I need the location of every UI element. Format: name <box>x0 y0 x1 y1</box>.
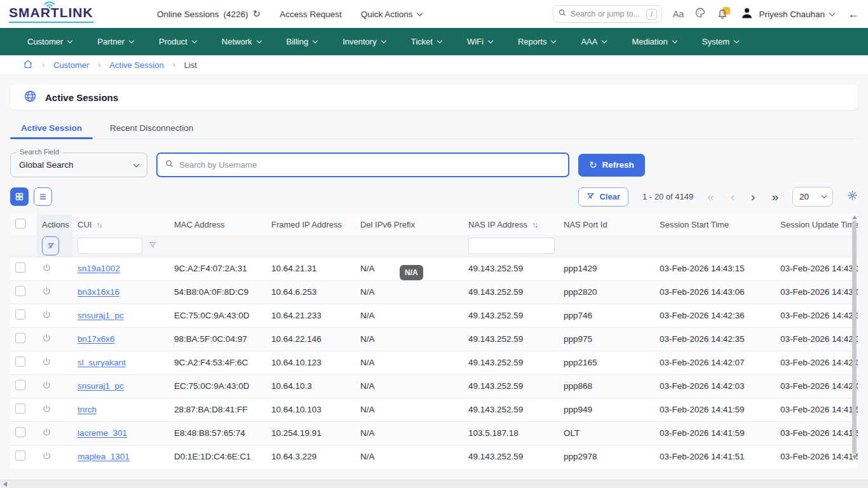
table-vertical-scrollbar[interactable] <box>851 215 857 459</box>
del-ipv6-cell: N/A <box>355 280 463 304</box>
disconnect-power-button[interactable] <box>42 336 51 345</box>
first-page-button[interactable]: « <box>707 191 714 203</box>
tab-active-session[interactable]: Active Session <box>10 118 93 139</box>
row-checkbox[interactable] <box>15 380 25 390</box>
next-page-button[interactable]: › <box>751 191 755 203</box>
disconnect-power-button[interactable] <box>42 359 51 369</box>
refresh-button[interactable]: ↻ Refresh <box>578 154 645 177</box>
framed-ip-cell: 10.64.3.229 <box>266 445 355 468</box>
breadcrumb-active-session[interactable]: Active Session <box>109 60 163 70</box>
disconnect-power-button[interactable] <box>42 265 51 274</box>
brand-logo[interactable]: SMARTLINK <box>9 5 126 23</box>
row-checkbox[interactable] <box>15 309 25 320</box>
cui-filter-input[interactable] <box>78 238 142 254</box>
nav-item-inventory[interactable]: Inventory <box>332 37 396 46</box>
disconnect-power-button[interactable] <box>42 383 51 392</box>
cui-link[interactable]: tnrch <box>78 405 97 414</box>
last-page-button[interactable]: » <box>771 191 778 203</box>
cui-link[interactable]: maplea_1301 <box>78 452 130 461</box>
disconnect-power-button[interactable] <box>42 312 51 322</box>
sort-icon[interactable]: ↑↓ <box>532 220 537 229</box>
breadcrumb-customer[interactable]: Customer <box>53 60 89 70</box>
prev-page-button[interactable]: ‹ <box>731 191 735 203</box>
nas-port-cell: ppp2978 <box>559 445 654 468</box>
nav-item-system[interactable]: System <box>691 37 749 46</box>
quick-actions-menu[interactable]: Quick Actions <box>361 10 422 19</box>
user-menu[interactable]: Priyesh Chauhan <box>740 6 834 22</box>
row-checkbox[interactable] <box>15 262 25 273</box>
row-checkbox[interactable] <box>15 427 25 437</box>
column-header-nas-ip[interactable]: NAS IP Address↑↓ <box>463 214 559 235</box>
nas-port-cell: OLT <box>559 421 654 445</box>
nav-item-partner[interactable]: Partner <box>86 37 144 46</box>
row-checkbox[interactable] <box>15 451 25 461</box>
sort-icon[interactable]: ↑↓ <box>96 220 101 229</box>
cui-link[interactable]: sl_suryakant <box>78 358 126 367</box>
global-search-input[interactable] <box>571 10 642 18</box>
theme-palette-icon[interactable] <box>695 7 706 21</box>
nas-ip-filter-input[interactable] <box>468 238 555 254</box>
nav-item-wifi[interactable]: WiFi <box>456 37 503 46</box>
nav-item-mediation[interactable]: Mediation <box>621 37 687 46</box>
tab-bar: Active Session Recent Disconnection <box>10 118 858 139</box>
mac-address-cell: 9C:A2:F4:53:4F:6C <box>169 351 266 374</box>
username-search-input[interactable] <box>179 160 561 170</box>
column-header-start-time: Session Start Time <box>654 214 775 235</box>
disconnect-power-button[interactable] <box>42 406 51 416</box>
nav-item-aaa[interactable]: AAA <box>570 37 617 46</box>
column-header-del-ipv6: Del IPv6 Prefix <box>355 214 463 235</box>
column-header-cui[interactable]: CUI↑↓ <box>72 214 169 235</box>
scroll-down-arrow[interactable] <box>852 456 857 459</box>
list-view-button[interactable] <box>34 187 52 206</box>
page-horizontal-scrollbar[interactable] <box>0 480 868 488</box>
cui-link[interactable]: bn17x6x6 <box>78 334 115 344</box>
page-size-select[interactable]: 20 <box>792 187 833 207</box>
table-settings-gear-icon[interactable] <box>847 190 858 203</box>
nav-item-network[interactable]: Network <box>211 37 272 46</box>
refresh-sessions-icon[interactable]: ↻ <box>253 8 261 20</box>
nav-item-ticket[interactable]: Ticket <box>400 37 452 46</box>
disconnect-power-button[interactable] <box>42 453 51 463</box>
session-start-cell: 03-Feb-2026 14:41:59 <box>654 398 775 421</box>
search-field-select[interactable]: Search Field Global Search <box>10 152 147 177</box>
home-icon[interactable] <box>23 59 33 71</box>
tab-recent-disconnection[interactable]: Recent Disconnection <box>99 118 204 139</box>
global-search-box[interactable]: / <box>553 5 662 23</box>
cui-link[interactable]: sn19a1002 <box>78 264 120 273</box>
select-all-checkbox[interactable] <box>15 219 25 229</box>
session-update-cell: 03-Feb-2026 14:42:3 <box>775 327 858 351</box>
text-size-button[interactable]: Aa <box>673 9 684 19</box>
scroll-left-arrow[interactable] <box>3 482 7 487</box>
row-checkbox[interactable] <box>15 356 25 367</box>
cui-link[interactable]: bn3x16x16 <box>78 287 119 297</box>
nas-port-cell: ppp2165 <box>559 351 654 374</box>
clear-filters-button[interactable]: Clear <box>578 187 628 207</box>
filter-funnel-icon[interactable] <box>146 241 157 251</box>
grid-view-button[interactable] <box>10 187 29 206</box>
row-checkbox[interactable] <box>15 333 25 343</box>
access-request-link[interactable]: Access Request <box>280 10 342 19</box>
disconnect-power-button[interactable] <box>42 288 51 298</box>
nav-item-product[interactable]: Product <box>148 37 207 46</box>
scroll-up-arrow[interactable] <box>852 215 857 219</box>
table-horizontal-scrollbar[interactable]: Actions CUI↑↓ MAC Address Framed IP Addr… <box>10 214 858 468</box>
nav-item-reports[interactable]: Reports <box>507 37 567 46</box>
row-checkbox[interactable] <box>15 286 25 296</box>
breadcrumb-list[interactable]: List <box>184 60 197 70</box>
cui-link[interactable]: lacreme_301 <box>78 428 127 438</box>
notifications-bell-icon[interactable] <box>717 8 729 20</box>
disconnect-power-button[interactable] <box>42 430 51 439</box>
online-sessions-link[interactable]: Online Sessions (4226) ↻ <box>157 8 261 20</box>
cui-link[interactable]: snsuraj1_pc <box>78 381 124 391</box>
cui-link[interactable]: snsuraj1_pc <box>78 311 124 320</box>
session-update-cell: 03-Feb-2026 14:43:1 <box>775 257 858 280</box>
filter-toggle-button[interactable] <box>42 236 59 255</box>
breadcrumb-separator: › <box>42 60 44 69</box>
username-search-box[interactable] <box>156 152 569 177</box>
collapse-arrow-icon[interactable]: ← <box>848 8 859 21</box>
row-checkbox[interactable] <box>15 403 25 414</box>
framed-ip-cell: 10.64.10.3 <box>266 374 355 398</box>
nav-item-customer[interactable]: Customer <box>17 37 83 46</box>
nav-item-billing[interactable]: Billing <box>276 37 329 46</box>
nas-port-cell: ppp2820 <box>559 280 654 304</box>
